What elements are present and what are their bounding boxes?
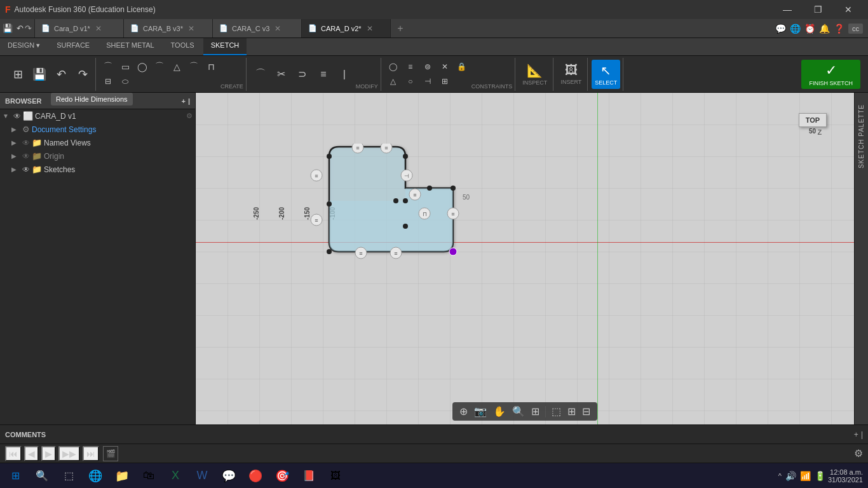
sketch-tab[interactable]: SKETCH — [203, 38, 247, 55]
user-icon[interactable]: cc — [848, 24, 863, 34]
collab-icon[interactable]: 💬 — [775, 24, 786, 34]
tb-concentric-btn[interactable]: ⊚ — [419, 60, 436, 74]
tb-grid-btn[interactable]: ⊞ — [8, 60, 28, 89]
vp-camera-btn[interactable]: 📷 — [472, 404, 489, 419]
taskbar-edge[interactable]: 🌐 — [83, 464, 108, 487]
tb-coincident-btn[interactable]: ◯ — [385, 60, 402, 74]
tools-tab[interactable]: TOOLS — [163, 38, 202, 55]
playbar-gear-btn[interactable]: ⚙ — [854, 447, 863, 459]
vp-zoom-fit-btn[interactable]: ⊞ — [529, 404, 541, 419]
tb-polygon-btn[interactable]: △ — [168, 60, 185, 74]
comments-collapse-btn[interactable]: | — [861, 430, 863, 439]
vp-display-btn[interactable]: ⬚ — [550, 404, 563, 419]
globe-icon[interactable]: 🌐 — [790, 24, 801, 34]
origin-visibility-icon[interactable]: 👁 — [22, 152, 30, 161]
tb-trim-btn[interactable]: ✂ — [271, 62, 292, 87]
maximize-button[interactable]: ❐ — [803, 0, 832, 19]
taskbar-taskview[interactable]: ⬚ — [56, 464, 81, 487]
taskbar-word[interactable]: W — [189, 464, 215, 487]
vp-orbit-btn[interactable]: ⊕ — [458, 404, 470, 419]
tb-inspect-btn[interactable]: 📐 INSPECT — [519, 60, 550, 89]
tray-chevron[interactable]: ^ — [778, 472, 782, 480]
browser-item-sketches[interactable]: ▶ 👁 📁 Sketches — [0, 163, 195, 176]
tab-close-1[interactable]: ✕ — [187, 24, 196, 33]
close-button[interactable]: ✕ — [834, 0, 863, 19]
browser-item-root[interactable]: ▼ 👁 ⬜ CARA_D v1 ⚙ — [0, 109, 195, 123]
play-play-btn[interactable]: ▶ — [41, 446, 56, 461]
surface-tab[interactable]: SURFACE — [49, 38, 97, 55]
undo-icon[interactable]: ↶ — [17, 24, 24, 33]
time-display[interactable]: 12:08 a.m. 31/03/2021 — [828, 468, 863, 484]
taskbar-app1[interactable]: 🔴 — [243, 464, 268, 487]
tray-volume[interactable]: 🔊 — [785, 471, 796, 481]
tb-equal-btn[interactable]: △ — [385, 74, 402, 88]
tb-line-btn[interactable]: ⌒ — [100, 60, 116, 74]
tab-close-0[interactable]: ✕ — [94, 24, 103, 33]
root-settings-icon[interactable]: ⚙ — [186, 112, 193, 120]
tb-insert-btn[interactable]: 🖼 INSERT — [557, 60, 585, 89]
save-icon[interactable]: 💾 — [3, 24, 13, 33]
tb-fillet-btn[interactable]: ⌒ — [250, 62, 271, 87]
tb-redo-btn[interactable]: ↷ — [72, 60, 93, 89]
tb-conic-btn[interactable]: ⊓ — [203, 60, 219, 74]
tb-fix-btn[interactable]: 🔒 — [454, 60, 470, 74]
tb-arc-btn[interactable]: ⌒ — [151, 60, 168, 74]
tb-rect-btn[interactable]: ▭ — [117, 60, 133, 74]
redo-icon[interactable]: ↷ — [25, 24, 32, 33]
sketch-palette-panel[interactable]: SKETCH PALETTE — [854, 93, 868, 424]
bell-icon[interactable]: 🔔 — [819, 24, 830, 34]
comments-add-btn[interactable]: + — [854, 430, 858, 439]
tb-undo-btn[interactable]: ↶ — [51, 60, 71, 89]
taskbar-excel[interactable]: X — [163, 464, 188, 487]
tb-circle-btn[interactable]: ◯ — [134, 60, 151, 74]
tab-cara-d-v1[interactable]: 📄 Cara_D v1* ✕ — [35, 19, 124, 37]
tb-finish-sketch-btn[interactable]: ✓ FINISH SKETCH — [801, 60, 860, 89]
browser-item-doc-settings[interactable]: ▶ ⚙ Document Settings — [0, 123, 195, 136]
design-tab[interactable]: DESIGN ▾ — [0, 38, 48, 55]
browser-item-origin[interactable]: ▶ 👁 📁 Origin — [0, 149, 195, 163]
canvas-area[interactable]: 50 -100 -150 -200 -250 ≡ ≡ ≡ — [196, 93, 854, 424]
taskbar-teams[interactable]: 💬 — [216, 464, 241, 487]
minimize-button[interactable]: — — [773, 0, 802, 19]
tab-cara-b-v3[interactable]: 📄 CARA_B v3* ✕ — [124, 19, 213, 37]
play-end-btn[interactable]: ⏭ — [83, 446, 99, 461]
taskbar-files[interactable]: 📁 — [109, 464, 135, 487]
root-visibility-icon[interactable]: 👁 — [13, 112, 21, 121]
clock-icon[interactable]: ⏰ — [804, 24, 815, 34]
tb-slot-btn[interactable]: ⊟ — [100, 74, 116, 88]
cube-top-face[interactable]: TOP — [799, 113, 827, 127]
taskbar-app2[interactable]: 🎯 — [269, 464, 295, 487]
tb-collinear-btn[interactable]: ≡ — [402, 60, 419, 74]
named-views-visibility-icon[interactable]: 👁 — [22, 139, 30, 147]
vp-env-btn[interactable]: ⊟ — [580, 404, 592, 419]
tab-close-3[interactable]: ✕ — [365, 24, 374, 33]
taskbar-store[interactable]: 🛍 — [136, 464, 161, 487]
play-prev-btn[interactable]: ◀ — [24, 446, 39, 461]
vp-pan-btn[interactable]: ✋ — [491, 404, 508, 419]
tab-close-2[interactable]: ✕ — [273, 24, 282, 33]
vp-zoom-btn[interactable]: 🔍 — [510, 404, 527, 419]
taskbar-start[interactable]: ⊞ — [3, 464, 28, 487]
browser-item-named-views[interactable]: ▶ 👁 📁 Named Views — [0, 136, 195, 149]
tb-perp-btn[interactable]: ⊣ — [419, 74, 436, 88]
play-next-btn[interactable]: ▶▶ — [58, 446, 80, 461]
tb-extend-btn[interactable]: ⊃ — [292, 62, 313, 87]
tb-offset-btn[interactable]: | — [334, 62, 355, 87]
tb-select-btn[interactable]: ↖ SELECT — [592, 60, 620, 89]
tb-break-btn[interactable]: ≡ — [313, 62, 334, 87]
tab-cara-c-v3[interactable]: 📄 CARA_C v3 ✕ — [213, 19, 302, 37]
tb-ellipse-btn[interactable]: ⬭ — [117, 74, 133, 88]
browser-expand-btn[interactable]: + — [181, 97, 185, 105]
tb-spline-btn[interactable]: ⌒ — [186, 60, 202, 74]
tb-parallel-btn[interactable]: ○ — [402, 74, 419, 88]
tb-midpoint-btn[interactable]: ✕ — [437, 60, 453, 74]
taskbar-app3[interactable]: 📕 — [296, 464, 322, 487]
tb-horiz-btn[interactable]: ⊞ — [437, 74, 453, 88]
taskbar-photos[interactable]: 🖼 — [323, 464, 348, 487]
play-start-btn[interactable]: ⏮ — [5, 446, 22, 461]
tray-network[interactable]: 📶 — [800, 471, 811, 481]
view-cube[interactable]: TOP Z — [790, 98, 835, 142]
new-tab-button[interactable]: + — [391, 19, 410, 37]
taskbar-search[interactable]: 🔍 — [29, 464, 55, 487]
tray-battery[interactable]: 🔋 — [815, 471, 825, 481]
